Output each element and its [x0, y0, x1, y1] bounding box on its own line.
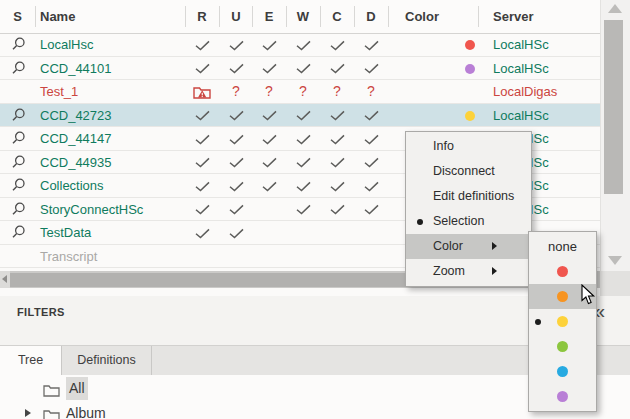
menu-item-label: Zoom: [433, 264, 465, 278]
check-icon: [364, 134, 379, 145]
check-icon: [364, 40, 379, 51]
check-icon: [262, 157, 277, 168]
check-icon: [229, 181, 244, 192]
column-header-name[interactable]: Name: [40, 0, 75, 33]
table-vertical-scrollbar[interactable]: [600, 0, 630, 271]
row-name: TestData: [40, 221, 91, 244]
column-header-s[interactable]: S: [0, 0, 35, 33]
submenu-arrow-icon: [492, 242, 497, 250]
column-header-u[interactable]: U: [219, 0, 253, 33]
scroll-up-icon[interactable]: [608, 4, 622, 13]
table-row-LocalHsc[interactable]: LocalHscLocalHSc: [0, 33, 600, 57]
color-option-blue[interactable]: [529, 359, 596, 384]
scroll-down-icon[interactable]: [608, 256, 622, 265]
check-icon: [229, 134, 244, 145]
table-row-Test_1[interactable]: Test_1?????LocalDigas: [0, 80, 600, 104]
row-name: CCD_44147: [40, 127, 112, 150]
menu-item-edit-definitions[interactable]: Edit definitions: [406, 184, 531, 209]
tree-item-label: All: [66, 377, 88, 400]
search-icon[interactable]: [11, 37, 26, 52]
column-header-server[interactable]: Server: [493, 0, 533, 33]
row-name: CCD_44935: [40, 151, 112, 174]
selected-marker-icon: [535, 319, 541, 325]
search-icon[interactable]: [11, 131, 26, 146]
column-header-color[interactable]: Color: [405, 0, 439, 33]
question-icon: ?: [354, 80, 388, 103]
row-name: StoryConnectHSc: [40, 198, 143, 221]
row-name: Collections: [40, 174, 104, 197]
selected-marker-icon: [417, 219, 423, 225]
header-divider: [388, 6, 389, 27]
check-icon: [330, 181, 345, 192]
column-header-d[interactable]: D: [354, 0, 388, 33]
color-option-purple[interactable]: [529, 384, 596, 409]
check-icon: [262, 134, 277, 145]
tab-tree[interactable]: Tree: [0, 346, 62, 376]
scroll-left-button[interactable]: [0, 271, 10, 288]
check-icon: [296, 204, 311, 215]
check-icon: [262, 181, 277, 192]
table-row-CCD_42723[interactable]: CCD_42723LocalHSc: [0, 104, 600, 128]
menu-item-label: Edit definitions: [433, 189, 514, 203]
check-icon: [364, 110, 379, 121]
color-option-green[interactable]: [529, 334, 596, 359]
expand-arrow-icon[interactable]: [25, 409, 31, 417]
menu-item-label: Color: [433, 239, 463, 253]
menu-item-disconnect[interactable]: Disconnect: [406, 159, 531, 184]
folder-icon: [43, 381, 60, 404]
table-row-CCD_44101[interactable]: CCD_44101LocalHSc: [0, 57, 600, 81]
tab-definitions[interactable]: Definitions: [62, 346, 152, 376]
tree-item-album[interactable]: Album: [0, 402, 400, 419]
check-icon: [195, 204, 210, 215]
menu-item-selection[interactable]: Selection: [406, 209, 531, 234]
menu-item-color[interactable]: Color: [406, 234, 531, 259]
row-name: CCD_44101: [40, 57, 112, 80]
vertical-scrollbar-thumb[interactable]: [604, 20, 623, 194]
color-submenu: none: [528, 231, 597, 412]
column-header-c[interactable]: C: [320, 0, 354, 33]
menu-item-zoom[interactable]: Zoom: [406, 259, 531, 284]
check-icon: [296, 110, 311, 121]
column-header-w[interactable]: W: [286, 0, 320, 33]
check-icon: [330, 204, 345, 215]
check-icon: [330, 40, 345, 51]
question-icon: ?: [320, 80, 354, 103]
row-color-dot: [465, 111, 475, 121]
check-icon: [195, 181, 210, 192]
color-option-yellow[interactable]: [529, 309, 596, 334]
check-icon: [364, 204, 379, 215]
scroll-left-icon: [2, 275, 7, 283]
search-icon[interactable]: [11, 178, 26, 193]
check-icon: [330, 134, 345, 145]
menu-item-info[interactable]: Info: [406, 134, 531, 159]
check-icon: [195, 157, 210, 168]
row-color-dot: [465, 64, 475, 74]
menu-item-label: Selection: [433, 214, 484, 228]
check-icon: [330, 63, 345, 74]
search-icon[interactable]: [11, 108, 26, 123]
check-icon: [229, 110, 244, 121]
column-header-e[interactable]: E: [252, 0, 286, 33]
context-menu: Info Disconnect Edit definitions Selecti…: [405, 131, 532, 287]
menu-item-label: Disconnect: [433, 164, 495, 178]
tree-item-all[interactable]: All: [0, 377, 400, 400]
search-icon[interactable]: [11, 155, 26, 170]
scrollbar-corner: [600, 271, 630, 296]
search-icon[interactable]: [11, 202, 26, 217]
row-name: CCD_42723: [40, 104, 112, 127]
search-icon[interactable]: [11, 225, 26, 240]
color-option-none[interactable]: none: [529, 234, 596, 259]
column-header-r[interactable]: R: [185, 0, 219, 33]
search-icon[interactable]: [11, 61, 26, 76]
header-divider: [185, 6, 186, 27]
header-divider: [320, 6, 321, 27]
check-icon: [229, 228, 244, 239]
blue-color-dot: [557, 366, 568, 377]
check-icon: [330, 157, 345, 168]
check-icon: [195, 228, 210, 239]
yellow-color-dot: [557, 316, 568, 327]
color-option-label: none: [548, 239, 577, 254]
row-server: LocalDigas: [493, 80, 557, 103]
check-icon: [195, 40, 210, 51]
color-option-red[interactable]: [529, 259, 596, 284]
